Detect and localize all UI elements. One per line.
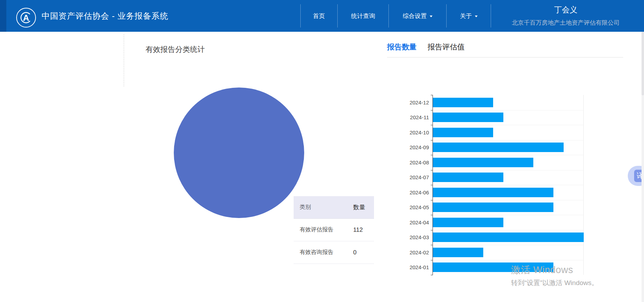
axis-tick [431,140,433,140]
app-header: A 中国资产评估协会 - 业务报备系统 首页统计查询综合设置关于 丁会义 北京千… [0,0,644,32]
chevron-down-icon [430,16,433,17]
category-gridline [433,125,583,125]
category-gridline [433,155,583,155]
axis-tick [431,95,433,95]
user-company: 北京千百万房地产土地资产评估有限公司 [491,19,641,27]
collapsed-sidebar-divider [124,34,124,86]
bar-2024-07[interactable] [433,173,503,182]
bar-chart-gridline-max [583,95,584,275]
axis-tick [431,155,433,155]
month-label: 2024-12 [383,99,429,106]
bar-2024-12[interactable] [433,98,493,107]
category-gridline [433,230,583,230]
axis-tick [431,170,433,170]
axis-tick [431,215,433,215]
header-left-strip [0,0,6,32]
axis-tick [431,275,433,275]
axis-tick [431,245,433,245]
category-gridline [433,110,583,110]
tab-report-quantity[interactable]: 报告数量 [387,42,417,52]
table-row: 有效咨询报告0 [294,241,374,264]
association-logo-icon: A [16,7,36,28]
tab-report-value[interactable]: 报告评估值 [428,42,465,52]
pie-chart-title: 有效报告分类统计 [146,44,205,54]
user-block[interactable]: 丁会义 北京千百万房地产土地资产评估有限公司 [491,0,641,32]
category-gridline [433,185,583,185]
pie-chart-slice[interactable] [174,87,304,218]
bar-2024-08[interactable] [433,158,533,167]
category-gridline [433,170,583,170]
scrollbar-thumb[interactable] [642,32,644,95]
axis-tick [431,200,433,200]
axis-tick [431,125,433,125]
bar-2024-09[interactable] [433,143,564,152]
app-title: 中国资产评估协会 - 业务报备系统 [42,0,168,32]
category-gridline [433,215,583,215]
user-name: 丁会义 [491,5,641,15]
nav-item-home[interactable]: 首页 [300,4,337,28]
month-label: 2024-01 [383,264,429,271]
table-cell-count: 112 [353,226,363,234]
nav-item-general-settings[interactable]: 综合设置 [388,4,446,28]
nav-item-about-label: 关于 [460,12,472,20]
table-header-row: 类别 数量 [294,196,374,219]
vertical-scrollbar[interactable] [642,32,644,302]
main-nav: 首页统计查询综合设置关于 [300,0,491,32]
bar-2024-02[interactable] [433,248,483,257]
bar-2024-10[interactable] [433,128,493,137]
nav-item-general-settings-label: 综合设置 [403,12,427,20]
chevron-down-icon [475,16,478,17]
month-label: 2024-11 [383,114,429,121]
month-label: 2024-08 [383,159,429,166]
tabs-divider [387,57,623,58]
bar-2024-04[interactable] [433,218,503,227]
month-label: 2024-04 [383,219,429,226]
category-gridline [433,140,583,140]
axis-tick [431,185,433,185]
table-header-count: 数量 [353,203,365,211]
nav-item-statistics-query-label: 统计查询 [351,12,375,20]
nav-item-home-label: 首页 [313,12,325,20]
month-label: 2024-09 [383,144,429,151]
month-label: 2024-05 [383,204,429,211]
category-gridline [433,200,583,200]
windows-activation-watermark-line2: 转到“设置”以激活 Windows。 [511,278,598,288]
nav-item-about[interactable]: 关于 [446,4,491,28]
category-gridline [433,260,583,260]
category-gridline [433,245,583,245]
bar-2024-06[interactable] [433,188,553,197]
page: A 中国资产评估协会 - 业务报备系统 首页统计查询综合设置关于 丁会义 北京千… [0,0,644,302]
bar-2024-11[interactable] [433,113,503,122]
month-label: 2024-07 [383,174,429,181]
axis-tick [431,260,433,260]
report-stats-table: 类别 数量 有效评估报告112有效咨询报告0 [294,196,374,264]
table-header-category: 类别 [294,204,353,211]
bar-2024-03[interactable] [433,232,584,242]
month-label: 2024-02 [383,249,429,256]
chart-tabs: 报告数量报告评估值 [387,42,465,52]
table-cell-category: 有效咨询报告 [294,249,353,256]
month-label: 2024-10 [383,129,429,136]
month-label: 2024-03 [383,234,429,241]
nav-item-statistics-query[interactable]: 统计查询 [337,4,388,28]
table-cell-category: 有效评估报告 [294,226,353,234]
bar-2024-05[interactable] [433,203,553,212]
month-label: 2024-06 [383,189,429,196]
axis-tick [431,110,433,110]
table-row: 有效评估报告112 [294,219,374,241]
windows-activation-watermark-line1: 激活 Windows [511,264,573,276]
svg-text:A: A [23,13,29,23]
axis-tick [431,230,433,230]
table-cell-count: 0 [353,249,356,256]
